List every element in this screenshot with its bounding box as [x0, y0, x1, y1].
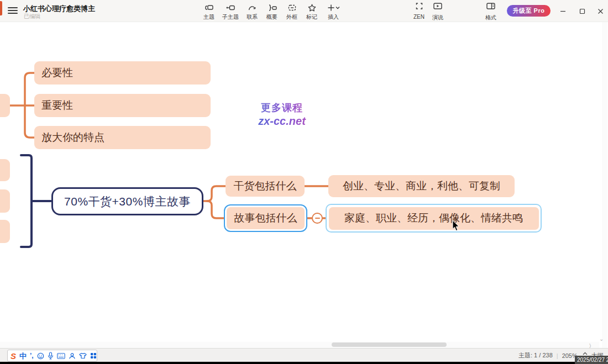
- collapse-branch-button[interactable]: [312, 213, 323, 224]
- microphone-icon[interactable]: [48, 352, 54, 360]
- zen-mode-button[interactable]: ZEN: [413, 2, 424, 20]
- letterbox-bar: [0, 362, 608, 364]
- vertical-scrollbar[interactable]: [602, 22, 607, 348]
- maximize-button[interactable]: [573, 0, 591, 22]
- marker-label: 标记: [306, 13, 317, 21]
- insert-label: 插入: [328, 13, 339, 21]
- insert-button[interactable]: 插入: [322, 2, 345, 21]
- ime-toolbar[interactable]: S 中 ’,: [7, 350, 97, 362]
- document-status: 已编辑: [24, 13, 40, 20]
- topic-button[interactable]: 主题: [199, 2, 219, 21]
- format-button[interactable]: 格式: [485, 2, 496, 22]
- topic-label: 主题: [203, 13, 214, 21]
- emoji-icon[interactable]: [37, 352, 44, 360]
- horizontal-scrollbar-thumb[interactable]: [332, 342, 447, 347]
- clipped-parent-topic[interactable]: [0, 94, 10, 117]
- play-icon: [433, 2, 443, 13]
- skin-shirt-icon[interactable]: [79, 352, 87, 359]
- insert-plus-icon: [327, 3, 340, 12]
- scroll-down-arrow-icon[interactable]: ⌄: [599, 336, 604, 342]
- present-label: 演说: [432, 14, 443, 22]
- clipped-topic[interactable]: [0, 220, 10, 243]
- topic-node[interactable]: 必要性: [34, 61, 211, 85]
- format-label: 格式: [485, 14, 496, 22]
- close-icon: [597, 8, 604, 14]
- main-toolbar: 主题 子主题 联系 概要 外框 标记: [199, 2, 345, 21]
- topic-node[interactable]: 干货包括什么: [226, 176, 305, 197]
- topic-node[interactable]: 创业、专业、商业，利他、可复制: [328, 175, 515, 197]
- user-icon[interactable]: [69, 352, 76, 360]
- title-bar: 小红书心理疗愈类博主 已编辑 主题 子主题 联系 概要 外框: [0, 0, 608, 22]
- star-icon: [307, 3, 317, 12]
- clipped-topic[interactable]: [0, 159, 10, 181]
- background-window-edge: [0, 1, 2, 15]
- summary-button[interactable]: 概要: [262, 2, 282, 21]
- keyboard-icon[interactable]: [57, 353, 65, 359]
- clipped-topic[interactable]: [0, 189, 10, 213]
- relationship-label: 联系: [247, 13, 258, 21]
- topic-node-label: 故事包括什么: [227, 207, 305, 229]
- app-window: 小红书心理疗愈类博主 已编辑 主题 子主题 联系 概要 外框: [0, 0, 608, 364]
- menu-button[interactable]: [8, 7, 18, 15]
- boundary-button[interactable]: 外框: [282, 2, 302, 21]
- subtopic-button[interactable]: 子主题: [219, 2, 242, 21]
- toolbox-grid-icon[interactable]: [90, 352, 97, 359]
- relationship-button[interactable]: 联系: [242, 2, 262, 21]
- selected-topic-node[interactable]: 家庭、职业、经历，偶像化、情绪共鸣: [326, 204, 542, 233]
- boundary-icon: [287, 3, 297, 12]
- ime-language-toggle[interactable]: 中: [19, 352, 27, 360]
- upgrade-pro-button[interactable]: 升级至 Pro: [507, 5, 551, 17]
- video-timestamp-overlay: 2025/02/27 2: [575, 356, 608, 364]
- ime-logo-icon[interactable]: S: [11, 352, 16, 360]
- ime-punctuation-toggle[interactable]: ’,: [30, 352, 34, 359]
- zen-icon: [415, 2, 424, 13]
- subtopic-label: 子主题: [222, 13, 239, 21]
- maximize-icon: [579, 8, 585, 14]
- close-button[interactable]: [591, 0, 608, 22]
- format-panel-icon: [486, 2, 496, 13]
- topic-counter: 主题: 1 / 238: [518, 351, 553, 360]
- topic-icon: [205, 3, 214, 12]
- topic-node[interactable]: 放大你的特点: [34, 126, 211, 149]
- subtopic-icon: [226, 3, 235, 12]
- summary-topic-node[interactable]: 70%干货+30%博主故事: [51, 187, 203, 215]
- minimize-button[interactable]: [554, 0, 572, 22]
- topic-node-label: 家庭、职业、经历，偶像化、情绪共鸣: [329, 207, 539, 230]
- zen-label: ZEN: [413, 14, 424, 20]
- selected-topic-node[interactable]: 故事包括什么: [224, 204, 307, 232]
- topic-node[interactable]: 重要性: [34, 94, 211, 117]
- marker-button[interactable]: 标记: [302, 2, 322, 21]
- horizontal-scrollbar[interactable]: [0, 342, 599, 348]
- status-divider: |: [557, 352, 558, 359]
- present-button[interactable]: 演说: [432, 2, 443, 22]
- summary-label: 概要: [266, 13, 277, 21]
- boundary-label: 外框: [286, 13, 297, 21]
- minimize-icon: [560, 8, 566, 14]
- relationship-icon: [248, 3, 257, 12]
- summary-icon: [268, 3, 277, 12]
- status-bar: S 中 ’, 主题: 1 / 238 | 205% 大纲: [0, 348, 608, 362]
